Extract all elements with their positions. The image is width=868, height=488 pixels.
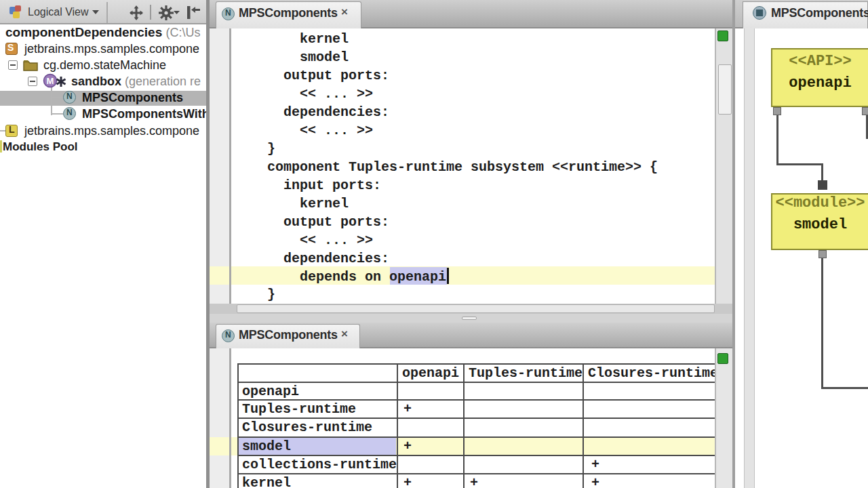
svg-text:M: M xyxy=(47,76,54,86)
